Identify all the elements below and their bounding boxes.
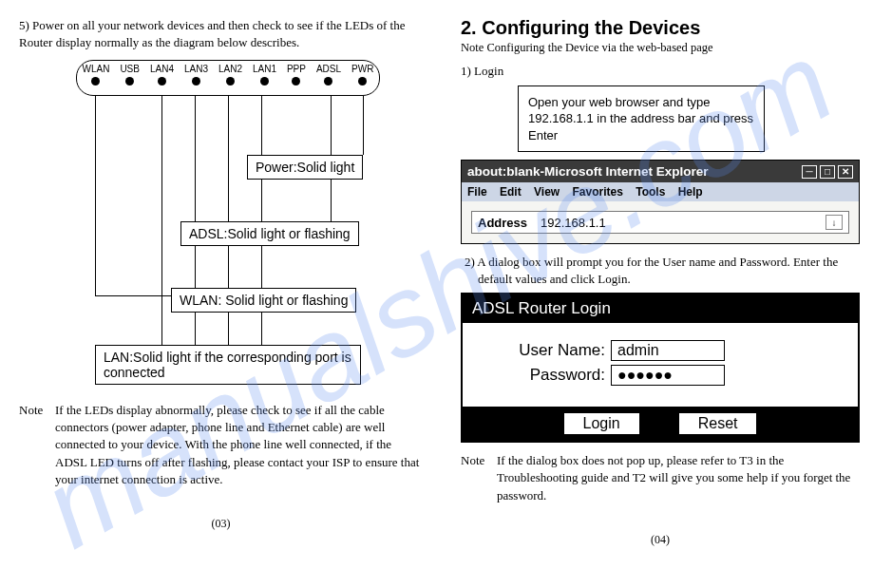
led-dot xyxy=(91,77,100,85)
led-lan3: LAN3 xyxy=(184,64,208,85)
note-text: If the dialog box does not pop up, pleas… xyxy=(497,452,860,504)
menu-edit[interactable]: Edit xyxy=(500,185,522,199)
callout-power: Power:Solid light xyxy=(247,155,363,180)
username-label: User Name: xyxy=(482,341,605,360)
maximize-icon[interactable]: □ xyxy=(820,165,835,179)
step-2-dialog: 2) A dialog box will prompt you for the … xyxy=(474,254,860,287)
callout-adsl: ADSL:Solid light or flashing xyxy=(180,221,359,246)
login-button[interactable]: Login xyxy=(563,412,640,435)
led-wlan: WLAN xyxy=(82,64,109,85)
led-lan4: LAN4 xyxy=(150,64,174,85)
instruction-box: Open your web browser and type 192.168.1… xyxy=(518,85,765,153)
address-value: 192.168.1.1 xyxy=(541,216,606,230)
note-text: If the LEDs display abnormally, please c… xyxy=(55,402,423,488)
reset-button[interactable]: Reset xyxy=(678,412,758,435)
menu-help[interactable]: Help xyxy=(678,185,703,199)
login-dialog: ADSL Router Login User Name: admin Passw… xyxy=(461,293,860,443)
callout-wlan: WLAN: Solid light or flashing xyxy=(171,288,356,313)
menu-file[interactable]: File xyxy=(467,185,487,199)
right-note: Note If the dialog box does not pop up, … xyxy=(461,452,860,504)
page-number-left: (03) xyxy=(19,517,423,531)
led-pwr: PWR xyxy=(351,64,373,85)
led-lan1: LAN1 xyxy=(253,64,276,85)
password-field[interactable]: ●●●●●● xyxy=(611,365,725,386)
left-note: Note If the LEDs display abnormally, ple… xyxy=(19,402,423,488)
led-diagram: WLAN USB LAN4 LAN3 LAN2 LAN1 PPP ADSL PW… xyxy=(57,60,399,383)
page-number-right: (04) xyxy=(461,533,860,547)
step-1-login: 1) Login xyxy=(461,63,860,80)
note-label: Note xyxy=(461,452,497,504)
note-label: Note xyxy=(19,402,55,488)
browser-titlebar: about:blank-Microsoft Internet Explorer … xyxy=(462,161,859,182)
go-icon[interactable]: ↓ xyxy=(826,215,843,230)
callout-lan: LAN:Solid light if the corresponding por… xyxy=(95,345,361,385)
led-ppp: PPP xyxy=(287,64,306,85)
led-adsl: ADSL xyxy=(316,64,341,85)
page-left: 5) Power on all your network devices and… xyxy=(0,0,432,588)
step-5-text: 5) Power on all your network devices and… xyxy=(19,17,423,50)
page-right: 2. Configuring the Devices Note Configur… xyxy=(442,0,873,588)
menu-tools[interactable]: Tools xyxy=(636,185,665,199)
menu-view[interactable]: View xyxy=(534,185,560,199)
section-heading: 2. Configuring the Devices xyxy=(461,17,860,39)
browser-address-area: Address 192.168.1.1 ↓ xyxy=(462,201,859,243)
browser-title-text: about:blank-Microsoft Internet Explorer xyxy=(467,164,709,179)
close-icon[interactable]: ✕ xyxy=(838,165,853,179)
password-label: Password: xyxy=(482,366,605,385)
browser-menubar: File Edit View Favorites Tools Help xyxy=(462,182,859,201)
username-field[interactable]: admin xyxy=(611,340,725,361)
address-label: Address xyxy=(478,216,527,230)
led-lan2: LAN2 xyxy=(218,64,242,85)
minimize-icon[interactable]: ─ xyxy=(802,165,817,179)
login-title: ADSL Router Login xyxy=(463,294,858,323)
browser-window: about:blank-Microsoft Internet Explorer … xyxy=(461,160,860,244)
led-strip: WLAN USB LAN4 LAN3 LAN2 LAN1 PPP ADSL PW… xyxy=(76,60,380,96)
section-subnote: Note Configuring the Device via the web-… xyxy=(461,41,860,55)
led-usb: USB xyxy=(120,64,140,85)
menu-favorites[interactable]: Favorites xyxy=(573,185,623,199)
address-bar[interactable]: Address 192.168.1.1 ↓ xyxy=(471,211,849,234)
